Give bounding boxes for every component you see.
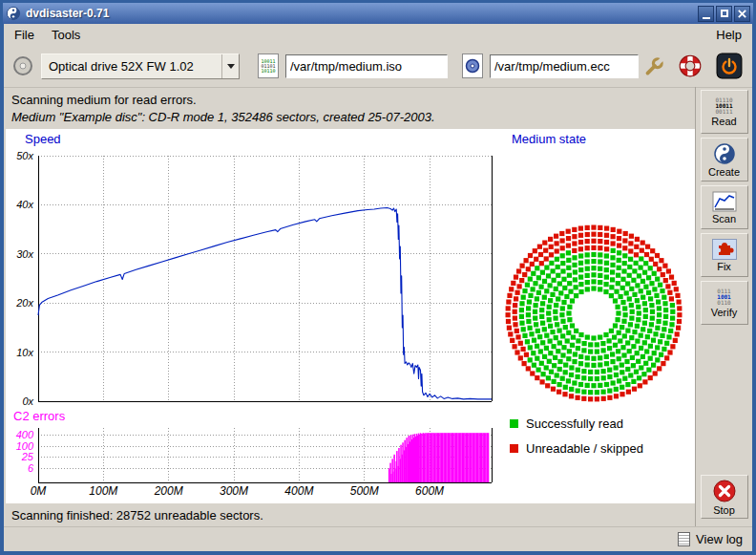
menu-file[interactable]: File	[6, 26, 43, 44]
window-controls	[698, 6, 750, 22]
svg-text:400M: 400M	[284, 484, 313, 498]
sidebar-stop-label: Stop	[713, 504, 735, 516]
window-content: File Tools Help Optical drive 52X FW 1.0…	[4, 24, 752, 551]
toolbar: Optical drive 52X FW 1.02 10011 01101 10…	[4, 45, 752, 88]
sidebar-fix-button[interactable]: Fix	[701, 233, 748, 277]
ecc-file-icon	[462, 53, 483, 78]
svg-text:500M: 500M	[350, 484, 379, 498]
help-button[interactable]	[675, 51, 705, 81]
ecc-path-input[interactable]	[490, 54, 639, 78]
svg-text:25: 25	[21, 451, 34, 462]
legend-item-read: Successfully read	[510, 416, 643, 431]
svg-text:300M: 300M	[220, 484, 248, 498]
status-message-area: Scanning medium for read errors. Medium …	[4, 88, 695, 129]
quit-button[interactable]	[713, 50, 746, 82]
sidebar-stop-button[interactable]: Stop	[701, 475, 748, 519]
svg-text:100M: 100M	[89, 484, 117, 498]
log-icon	[678, 532, 690, 546]
puzzle-icon	[712, 239, 737, 260]
ecc-file-button[interactable]	[459, 51, 486, 81]
legend-item-unreadable: Unreadable / skipped	[510, 441, 643, 456]
sidebar-verify-button[interactable]: 0111 1001 0110 Verify	[701, 281, 748, 325]
menu-tools[interactable]: Tools	[43, 26, 89, 44]
minimize-icon	[703, 17, 710, 19]
svg-text:30x: 30x	[16, 248, 33, 260]
binary-verify-icon: 0111 1001 0110	[717, 288, 730, 306]
binary-read-icon: 01110 10011 00111	[715, 97, 732, 115]
titlebar[interactable]: dvdisaster-0.71	[3, 3, 753, 24]
preferences-button[interactable]	[639, 51, 669, 81]
maximize-icon	[721, 10, 728, 17]
legend-swatch-read	[510, 419, 518, 428]
svg-text:6: 6	[28, 462, 34, 474]
close-button[interactable]	[734, 6, 750, 22]
menubar: File Tools Help	[4, 24, 752, 45]
speed-chart-title: Speed	[25, 132, 61, 146]
power-icon	[716, 53, 743, 79]
status-line-2: Medium "Example disc": CD-R mode 1, 3524…	[11, 109, 687, 126]
c2-chart-title: C2 errors	[13, 409, 65, 423]
svg-text:50x: 50x	[16, 150, 33, 161]
sidebar-scan-button[interactable]: Scan	[701, 185, 748, 229]
sidebar-verify-label: Verify	[711, 307, 738, 318]
maximize-button[interactable]	[716, 6, 732, 22]
sidebar-scan-label: Scan	[712, 213, 736, 224]
drive-button[interactable]	[9, 52, 37, 80]
view-log-label: View log	[696, 532, 743, 546]
drive-icon	[11, 54, 34, 77]
medium-state-title: Medium state	[512, 132, 586, 146]
legend-label-read: Successfully read	[526, 416, 623, 431]
svg-text:100: 100	[16, 440, 34, 452]
status-line-1: Scanning medium for read errors.	[11, 92, 687, 109]
sidebar-read-button[interactable]: 01110 10011 00111 Read	[701, 90, 748, 134]
wrench-icon	[641, 53, 666, 78]
iso-file-icon: 10011 01101 10110	[258, 53, 279, 78]
app-icon	[6, 6, 21, 21]
status-text: Scanning finished: 28752 unreadable sect…	[11, 508, 263, 523]
drive-select[interactable]: Optical drive 52X FW 1.02	[41, 53, 240, 79]
window: dvdisaster-0.71 File Tools Help Optical …	[0, 0, 756, 555]
sidebar-create-label: Create	[708, 166, 740, 178]
legend-label-unreadable: Unreadable / skipped	[526, 441, 643, 456]
menu-help[interactable]: Help	[707, 26, 750, 44]
svg-text:0M: 0M	[31, 484, 47, 498]
sidebar-read-label: Read	[711, 116, 736, 127]
yin-yang-icon	[713, 142, 736, 165]
svg-text:400: 400	[16, 429, 34, 440]
close-icon	[737, 9, 747, 19]
view-log-button[interactable]: View log	[678, 532, 743, 546]
svg-text:200M: 200M	[154, 484, 183, 498]
svg-text:0x: 0x	[22, 395, 33, 407]
svg-text:600M: 600M	[415, 484, 444, 498]
chart-area: 0M100M200M300M400M500M600M0x10x20x30x40x…	[6, 129, 695, 503]
graph-icon	[712, 191, 737, 212]
legend: Successfully read Unreadable / skipped	[510, 416, 643, 456]
lifebuoy-icon	[678, 53, 703, 78]
sidebar-fix-label: Fix	[717, 261, 731, 272]
minimize-button[interactable]	[698, 6, 714, 22]
window-title: dvdisaster-0.71	[26, 7, 109, 20]
legend-swatch-unreadable	[510, 444, 518, 453]
iso-file-button[interactable]: 10011 01101 10110	[255, 51, 282, 81]
stop-icon	[712, 479, 737, 503]
iso-path-input[interactable]	[285, 54, 448, 78]
svg-text:20x: 20x	[15, 297, 33, 309]
drive-select-value: Optical drive 52X FW 1.02	[42, 59, 221, 74]
svg-text:10x: 10x	[16, 347, 33, 358]
status-bar: Scanning finished: 28752 unreadable sect…	[4, 503, 695, 526]
chevron-down-icon	[221, 54, 239, 78]
sidebar: 01110 10011 00111 Read Create	[695, 87, 752, 526]
sidebar-create-button[interactable]: Create	[701, 138, 748, 181]
svg-text:40x: 40x	[16, 199, 33, 210]
footer-bar: View log	[4, 526, 752, 551]
